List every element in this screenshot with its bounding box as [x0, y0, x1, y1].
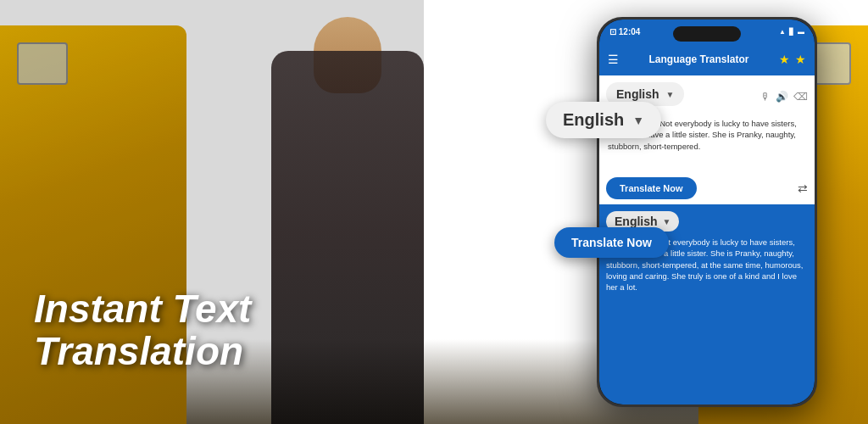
status-time: ⊡ 12:04 [609, 27, 640, 36]
hero-line2: Translation [34, 330, 251, 373]
hero-line1: Instant Text [34, 287, 251, 331]
star-icon-2: ★ [795, 53, 806, 66]
input-lang-arrow: ▼ [666, 90, 675, 99]
speaker-icon[interactable]: 🔊 [776, 91, 788, 103]
floating-translate-button[interactable]: Translate Now [554, 227, 669, 258]
mic-icon[interactable]: 🎙 [760, 91, 771, 103]
floating-translate-label: Translate Now [571, 236, 652, 249]
phone-frame: ⊡ 12:04 ▲ ▊ ▬ ☰ Language Translator ★ ★ [597, 17, 817, 407]
shuffle-icon[interactable]: ⇄ [798, 181, 808, 195]
hero-text: Instant Text Translation [34, 287, 251, 373]
status-icons: ▲ ▊ ▬ [779, 28, 804, 36]
output-lang-arrow: ▼ [663, 217, 671, 226]
phone-mockup: English ▼ Translate Now ⊡ 12:04 ▲ ▊ ▬ ☰ … [597, 17, 817, 407]
app-bar-title: Language Translator [619, 53, 779, 65]
floating-dropdown-arrow: ▼ [632, 114, 644, 127]
person-body [271, 51, 424, 424]
input-lang-label: English [616, 87, 659, 101]
menu-icon[interactable]: ☰ [608, 53, 619, 66]
signal-icon: ▲ [779, 28, 786, 36]
app-bar: ☰ Language Translator ★ ★ [599, 43, 815, 75]
translate-button-row: Translate Now ⇄ [599, 172, 815, 204]
floating-language-selector[interactable]: English ▼ [546, 102, 661, 138]
phone-screen: ⊡ 12:04 ▲ ▊ ▬ ☰ Language Translator ★ ★ [599, 20, 815, 404]
floating-lang-label: English [563, 110, 624, 130]
backspace-icon[interactable]: ⌫ [793, 91, 808, 103]
phone-notch [673, 26, 741, 42]
output-lang-label: English [615, 215, 658, 228]
wifi-icon: ▊ [789, 28, 794, 36]
app-bar-star-icons: ★ ★ [779, 53, 806, 66]
input-action-icons: 🎙 🔊 ⌫ [760, 91, 808, 103]
battery-icon: ▬ [798, 28, 804, 36]
translate-now-button[interactable]: Translate Now [606, 177, 697, 199]
star-icon-1: ★ [779, 53, 790, 66]
